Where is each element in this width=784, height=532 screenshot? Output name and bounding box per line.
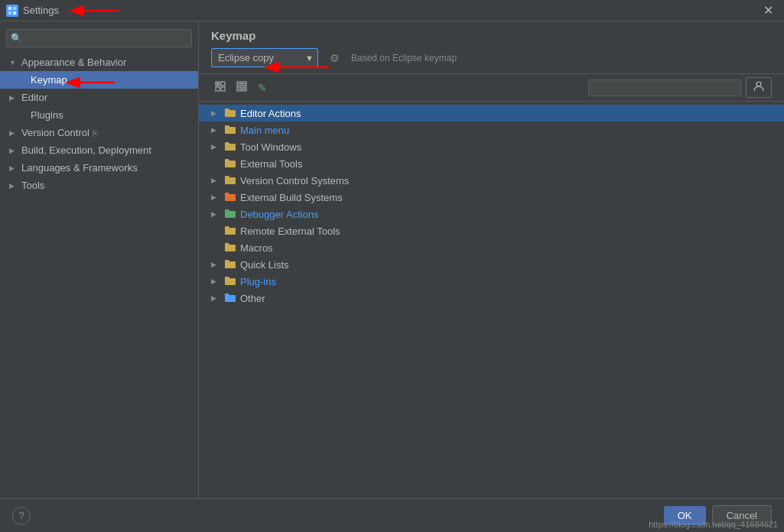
sidebar-search-input[interactable]: [6, 29, 192, 47]
svg-point-18: [756, 82, 761, 86]
cancel-button[interactable]: Cancel: [712, 505, 772, 526]
tree-item-external-build[interactable]: ▶External Build Systems: [199, 189, 784, 206]
tree-label-main-menu: Main menu: [240, 125, 289, 136]
close-button[interactable]: ✕: [759, 2, 778, 19]
tree-item-tool-windows[interactable]: ▶Tool Windows: [199, 138, 784, 155]
sidebar-search-icon: 🔍: [11, 33, 22, 44]
chevron-version-control: ▶: [9, 129, 18, 137]
tree-item-editor-actions[interactable]: ▶Editor Actions: [199, 105, 784, 122]
window-title: Settings: [23, 5, 59, 16]
tree-item-plug-ins[interactable]: ▶Plug-ins: [199, 273, 784, 290]
sidebar-label-build: Build, Execution, Deployment: [21, 144, 151, 156]
tree-folder-icon-other: [224, 292, 236, 304]
sidebar-label-version-control: Version Control: [21, 127, 89, 138]
chevron-tools: ▶: [9, 182, 18, 190]
sidebar-item-plugins[interactable]: Plugins: [0, 106, 198, 124]
sidebar-label-plugins: Plugins: [31, 109, 63, 121]
svg-rect-2: [8, 11, 11, 15]
app-icon: [6, 5, 18, 17]
tree-folder-icon-vcs: [224, 174, 236, 187]
sidebar-item-editor[interactable]: ▶Editor: [0, 89, 198, 106]
bottom-right-buttons: OK Cancel: [664, 505, 772, 526]
tree-folder-icon-remote-external: [224, 225, 236, 237]
chevron-editor: ▶: [9, 94, 18, 102]
bottom-bar: ? OK Cancel: [0, 498, 784, 532]
tree-chevron-debugger-actions: ▶: [211, 210, 220, 218]
svg-rect-3: [13, 11, 16, 15]
help-button[interactable]: ?: [12, 507, 31, 525]
tree-item-other[interactable]: ▶Other: [199, 290, 784, 307]
tree-item-quick-lists[interactable]: ▶Quick Lists: [199, 256, 784, 273]
chevron-build: ▶: [9, 147, 18, 154]
profile-button[interactable]: [746, 77, 772, 98]
tree-folder-icon-debugger-actions: [224, 208, 236, 220]
sidebar-label-tools: Tools: [21, 180, 44, 191]
keymap-select[interactable]: Eclipse copyDefaultEclipseMac OS XNetBea…: [211, 48, 318, 67]
content-title: Keymap: [211, 29, 772, 42]
content-panel: Keymap Eclipse copyDefaultEclipseMac OS …: [199, 21, 784, 498]
sidebar: 🔍 ▼Appearance & BehaviorKeymap▶EditorPlu…: [0, 21, 199, 498]
chevron-languages: ▶: [9, 164, 18, 172]
tree-label-quick-lists: Quick Lists: [240, 259, 289, 271]
tree-folder-icon-plug-ins: [224, 275, 236, 287]
tree-chevron-quick-lists: ▶: [211, 261, 220, 268]
tree-folder-icon-editor-actions: [224, 107, 236, 119]
tree-item-macros[interactable]: Macros: [199, 239, 784, 256]
svg-rect-0: [8, 7, 11, 10]
sidebar-item-tools[interactable]: ▶Tools: [0, 177, 198, 194]
keymap-gear-button[interactable]: ⚙: [324, 49, 345, 67]
svg-rect-8: [216, 87, 220, 91]
expand-all-button[interactable]: [211, 79, 229, 96]
title-bar-left: Settings: [6, 5, 59, 17]
tree-item-external-tools[interactable]: External Tools: [199, 155, 784, 172]
tree-label-tool-windows: Tool Windows: [240, 141, 301, 153]
sidebar-label-appearance: Appearance & Behavior: [21, 57, 126, 68]
tree-folder-icon-main-menu: [224, 124, 236, 136]
tree-chevron-tool-windows: ▶: [211, 143, 220, 151]
tree-item-debugger-actions[interactable]: ▶Debugger Actions: [199, 206, 784, 222]
tree-folder-icon-external-tools: [224, 157, 236, 170]
sidebar-item-version-control[interactable]: ▶Version Control⎘: [0, 124, 198, 141]
sidebar-label-editor: Editor: [21, 92, 47, 103]
sidebar-label-keymap: Keymap: [31, 74, 67, 86]
edit-shortcut-button[interactable]: ✎: [254, 79, 271, 96]
tree-folder-icon-external-build: [224, 191, 236, 203]
tree-item-vcs[interactable]: ▶Version Control Systems: [199, 172, 784, 189]
main-container: 🔍 ▼Appearance & BehaviorKeymap▶EditorPlu…: [0, 21, 784, 498]
sidebar-item-keymap[interactable]: Keymap: [0, 71, 198, 89]
keymap-search-input[interactable]: [588, 79, 741, 96]
tree-label-debugger-actions: Debugger Actions: [240, 209, 319, 220]
content-header: Keymap Eclipse copyDefaultEclipseMac OS …: [199, 21, 784, 74]
tree-item-remote-external[interactable]: Remote External Tools: [199, 222, 784, 239]
tree-label-other: Other: [240, 293, 265, 304]
sidebar-items-container: ▼Appearance & BehaviorKeymap▶EditorPlugi…: [0, 54, 198, 194]
tree-item-main-menu[interactable]: ▶Main menu: [199, 122, 784, 138]
tree-label-macros: Macros: [240, 242, 273, 254]
tree-chevron-editor-actions: ▶: [211, 109, 220, 117]
toolbar-left: ✎: [211, 79, 271, 96]
tree-label-plug-ins: Plug-ins: [240, 276, 276, 287]
search-filter-wrap: 🔍: [588, 79, 741, 96]
tree-folder-icon-macros: [224, 242, 236, 254]
tree-chevron-other: ▶: [211, 294, 220, 302]
copy-icon: ⎘: [93, 128, 98, 138]
sidebar-item-build[interactable]: ▶Build, Execution, Deployment: [0, 141, 198, 159]
tree-label-external-tools: External Tools: [240, 158, 302, 170]
sidebar-item-languages[interactable]: ▶Languages & Frameworks: [0, 159, 198, 177]
keymap-tree-list: ▶Editor Actions▶Main menu▶Tool WindowsEx…: [199, 102, 784, 498]
keymap-row: Eclipse copyDefaultEclipseMac OS XNetBea…: [211, 48, 772, 67]
toolbar-right: 🔍: [588, 77, 772, 98]
tree-chevron-main-menu: ▶: [211, 126, 220, 134]
svg-rect-7: [221, 82, 225, 86]
tree-folder-icon-quick-lists: [224, 258, 236, 271]
sidebar-item-appearance[interactable]: ▼Appearance & Behavior: [0, 54, 198, 71]
keymap-toolbar: ✎ 🔍: [199, 74, 784, 102]
sidebar-search-box: 🔍: [6, 29, 192, 47]
svg-rect-1: [13, 7, 16, 10]
ok-button[interactable]: OK: [664, 506, 706, 525]
keymap-description: Based on Eclipse keymap: [351, 53, 457, 63]
tree-label-vcs: Version Control Systems: [240, 175, 349, 187]
collapse-all-button[interactable]: [233, 79, 251, 96]
sidebar-label-languages: Languages & Frameworks: [21, 162, 138, 174]
svg-rect-9: [221, 87, 225, 91]
